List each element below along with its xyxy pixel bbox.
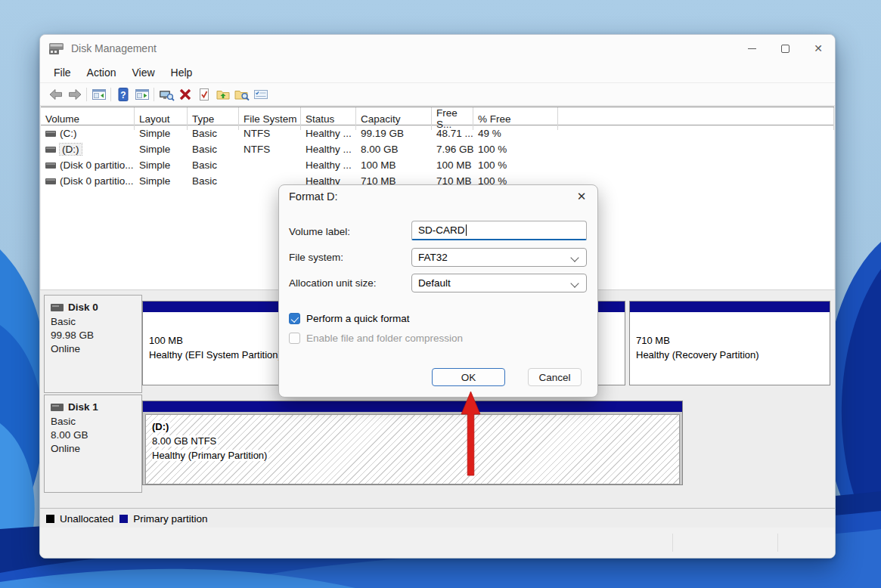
toolbar-folder-up-button[interactable] (213, 85, 232, 104)
svg-text:?: ? (120, 89, 126, 100)
dialog-close-button[interactable]: ✕ (573, 188, 590, 205)
folder-search-icon (234, 87, 250, 102)
chevron-down-icon (570, 279, 579, 287)
format-dialog: Format D: ✕ Volume label: SD-CARD File s… (278, 184, 598, 398)
computer-search-icon (158, 87, 175, 102)
unallocated-swatch (46, 515, 54, 523)
menu-view[interactable]: View (125, 64, 161, 81)
toolbar-properties-button[interactable] (194, 85, 213, 104)
volume-list-header: Volume Layout Type File System Status Ca… (41, 107, 834, 125)
details-pane-icon (253, 87, 268, 102)
quick-format-checkbox-row[interactable]: Perform a quick format (289, 313, 410, 324)
volume-icon (45, 131, 56, 137)
toolbar-folder-search-button[interactable] (232, 85, 251, 104)
disk0-recovery-partition[interactable]: 710 MB Healthy (Recovery Partition) (629, 301, 830, 385)
toolbar-details-button[interactable] (251, 85, 270, 104)
volume-icon (45, 162, 56, 169)
disk1-status: Online (45, 441, 141, 455)
statusbar-separator (777, 534, 778, 552)
disk0-size: 99.98 GB (45, 328, 141, 342)
titlebar: Disk Management ✕ (40, 35, 835, 62)
legend-item-unallocated: Unallocated (46, 513, 113, 525)
volume-icon (45, 147, 56, 153)
close-button[interactable]: ✕ (802, 35, 835, 62)
disk1-kind: Basic (45, 414, 141, 428)
disk0-info-panel[interactable]: Disk 0 Basic 99.98 GB Online (44, 295, 142, 393)
disk-icon (51, 404, 64, 411)
window-controls: ✕ (735, 35, 835, 62)
checkbox-unchecked-icon (289, 333, 300, 344)
disk1-size: 8.00 GB (45, 428, 141, 441)
volume-label-label: Volume label: (289, 226, 350, 237)
menu-file[interactable]: File (47, 64, 78, 81)
statusbar (40, 528, 835, 558)
d-partition-status: Healthy (Primary Partition) (152, 450, 268, 461)
folder-up-icon (216, 87, 231, 102)
selected-volume-label: (D:) (60, 144, 82, 155)
disk1-info-panel[interactable]: Disk 1 Basic 8.00 GB Online (44, 395, 142, 493)
legend: Unallocated Primary partition (40, 508, 835, 528)
disk-management-app-icon (48, 42, 64, 55)
selected-partition-hatch: (D:) 8.00 GB NTFS Healthy (Primary Parti… (145, 414, 680, 484)
d-partition-name: (D:) (152, 421, 170, 432)
volume-row-d[interactable]: (D:) Simple Basic NTFS Healthy ... 8.00 … (41, 141, 834, 157)
minimize-icon (748, 48, 756, 49)
toolbar-separator (86, 88, 87, 101)
recovery-partition-status: Healthy (Recovery Partition) (636, 348, 830, 362)
toolbar-forward-button[interactable] (65, 85, 84, 104)
desktop: Disk Management ✕ File Action View Help (0, 0, 881, 588)
forward-arrow-icon (67, 87, 82, 102)
legend-item-primary-partition: Primary partition (119, 513, 207, 525)
volume-row-c[interactable]: (C:) Simple Basic NTFS Healthy ... 99.19… (41, 125, 834, 141)
maximize-button[interactable] (768, 35, 802, 62)
toolbar-console-tree-button[interactable] (89, 85, 108, 104)
volume-row-efi[interactable]: (Disk 0 partitio... Simple Basic Healthy… (41, 157, 834, 173)
chevron-down-icon (570, 253, 579, 262)
action-pane-icon (135, 87, 150, 102)
allocation-unit-label: Allocation unit size: (289, 277, 377, 289)
menubar: File Action View Help (40, 62, 835, 83)
partition-color-bar (143, 401, 682, 412)
maximize-icon (781, 45, 789, 53)
primary-partition-swatch (119, 515, 128, 523)
volume-icon (45, 178, 56, 184)
checkbox-checked-icon[interactable] (289, 313, 300, 324)
disk0-status: Online (45, 342, 141, 355)
disk0-kind: Basic (45, 314, 141, 328)
partition-color-bar (630, 302, 830, 314)
ok-button[interactable]: OK (432, 368, 505, 386)
file-system-label: File system: (289, 252, 343, 263)
cancel-button[interactable]: Cancel (528, 368, 582, 386)
toolbar-action-pane-button[interactable] (132, 85, 151, 104)
close-icon: ✕ (577, 190, 587, 203)
recovery-partition-size: 710 MB (636, 333, 830, 348)
back-arrow-icon (48, 87, 64, 102)
disk-icon (51, 304, 64, 311)
volume-label-input[interactable]: SD-CARD (411, 221, 587, 240)
toolbar-rescan-button[interactable] (157, 85, 175, 104)
d-partition-size: 8.00 GB NTFS (152, 435, 218, 447)
toolbar-delete-volume-button[interactable] (175, 85, 194, 104)
toolbar-separator (110, 88, 111, 101)
properties-check-icon (197, 87, 212, 102)
toolbar-help-button[interactable]: ? (113, 85, 132, 104)
compression-checkbox-row: Enable file and folder compression (289, 333, 463, 344)
menu-action[interactable]: Action (80, 64, 123, 81)
disk1-d-partition-selected[interactable]: (D:) 8.00 GB NTFS Healthy (Primary Parti… (142, 401, 683, 485)
delete-x-icon (178, 87, 193, 102)
file-system-select[interactable]: FAT32 (411, 248, 587, 267)
console-tree-icon (92, 87, 107, 102)
text-caret (466, 224, 467, 236)
red-annotation-arrow (461, 391, 481, 478)
menu-help[interactable]: Help (164, 64, 200, 81)
dialog-title: Format D: (289, 190, 337, 203)
toolbar: ? (40, 83, 835, 106)
toolbar-separator (154, 88, 154, 101)
minimize-button[interactable] (735, 35, 768, 62)
toolbar-back-button[interactable] (46, 85, 65, 104)
help-icon: ? (116, 87, 131, 102)
allocation-unit-select[interactable]: Default (411, 274, 587, 292)
statusbar-separator (672, 534, 673, 552)
close-icon: ✕ (814, 43, 823, 54)
window-title: Disk Management (71, 42, 157, 54)
